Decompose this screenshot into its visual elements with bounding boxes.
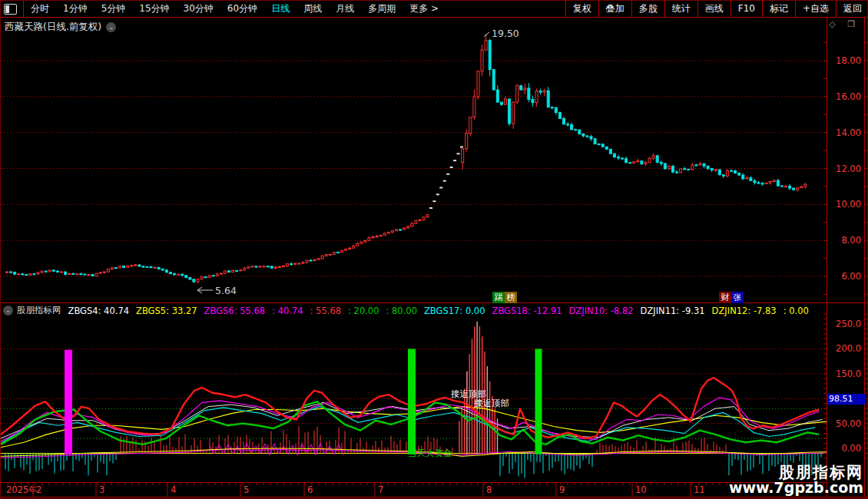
indicator-name[interactable]: 股朋指标网 bbox=[17, 305, 61, 316]
candle bbox=[48, 270, 51, 272]
candle bbox=[504, 99, 506, 104]
candle bbox=[185, 276, 187, 278]
candle bbox=[364, 240, 366, 242]
candle bbox=[563, 118, 565, 124]
indicator-value-4: : 40.74 bbox=[272, 306, 303, 316]
price-axis-label: 18.00 bbox=[836, 55, 861, 66]
month-label: 4 bbox=[171, 484, 176, 495]
candle bbox=[738, 173, 740, 176]
candle bbox=[60, 272, 62, 273]
candle bbox=[652, 156, 654, 158]
candle bbox=[804, 184, 807, 187]
candle bbox=[703, 164, 705, 166]
candle bbox=[547, 91, 549, 107]
candle bbox=[415, 221, 417, 224]
candle bbox=[539, 91, 542, 93]
indicator-value-9: ZBGS18: -12.91 bbox=[492, 306, 562, 316]
candle bbox=[391, 231, 393, 233]
candle bbox=[785, 186, 787, 187]
candle bbox=[56, 271, 58, 272]
candle bbox=[294, 263, 297, 264]
candle bbox=[376, 236, 378, 237]
candle bbox=[127, 266, 129, 267]
candle bbox=[103, 272, 105, 273]
candle bbox=[777, 180, 779, 186]
month-label: 6 bbox=[307, 484, 313, 495]
candle bbox=[613, 154, 615, 157]
candle bbox=[419, 220, 421, 220]
indicator-value-7: : 80.00 bbox=[386, 306, 417, 316]
candle bbox=[551, 107, 553, 107]
candle bbox=[224, 271, 226, 273]
indicator-axis-label: 0.00 bbox=[841, 443, 861, 454]
candle bbox=[485, 41, 487, 50]
candle bbox=[345, 249, 347, 250]
candle bbox=[520, 86, 522, 90]
candle bbox=[695, 165, 697, 166]
candle bbox=[80, 274, 82, 275]
candle bbox=[68, 273, 71, 274]
signal-bar bbox=[65, 350, 72, 454]
candle bbox=[793, 188, 795, 190]
month-label: 11 bbox=[694, 484, 705, 495]
candle bbox=[773, 180, 775, 181]
candle bbox=[598, 144, 600, 145]
candle bbox=[212, 276, 214, 276]
candle bbox=[302, 263, 304, 263]
candle bbox=[399, 230, 402, 230]
chevron-down-icon[interactable]: ⌄ bbox=[106, 22, 116, 32]
month-label: 10 bbox=[635, 484, 647, 495]
candle bbox=[617, 157, 619, 157]
candle bbox=[462, 149, 464, 163]
candle bbox=[601, 144, 604, 147]
candle bbox=[676, 172, 678, 173]
candle bbox=[259, 266, 261, 267]
candle bbox=[353, 246, 355, 248]
candle bbox=[633, 162, 635, 164]
candle bbox=[687, 169, 690, 170]
chevron-down-icon[interactable]: ⌄ bbox=[3, 306, 13, 316]
candle bbox=[403, 228, 406, 230]
candle bbox=[200, 277, 203, 279]
candle bbox=[594, 139, 596, 144]
candle bbox=[119, 266, 121, 268]
candle bbox=[290, 264, 293, 265]
candle bbox=[797, 187, 799, 190]
candle bbox=[368, 238, 370, 241]
candle bbox=[469, 117, 472, 134]
candle bbox=[660, 163, 662, 164]
candle bbox=[372, 236, 374, 238]
candle bbox=[535, 91, 538, 103]
candle bbox=[154, 267, 156, 268]
candle bbox=[18, 274, 20, 275]
candle bbox=[244, 268, 246, 270]
candle bbox=[714, 170, 717, 170]
window-control-icons[interactable]: ◇ ❐ bbox=[829, 19, 860, 29]
candle bbox=[189, 277, 191, 279]
candle bbox=[123, 266, 125, 267]
candle bbox=[91, 275, 94, 276]
candle bbox=[25, 275, 28, 276]
candle bbox=[396, 230, 398, 231]
candle bbox=[138, 265, 141, 266]
candle bbox=[543, 91, 545, 92]
price-and-indicator-canvas[interactable]: 18.0016.0014.0012.0010.008.006.0019.505.… bbox=[1, 1, 868, 499]
candle bbox=[33, 274, 35, 275]
candle bbox=[586, 136, 588, 137]
candle bbox=[208, 276, 210, 277]
candle bbox=[14, 273, 16, 275]
candle bbox=[45, 271, 47, 272]
candle bbox=[356, 243, 359, 246]
candle bbox=[578, 130, 581, 134]
candle bbox=[629, 163, 631, 164]
trough-annotation: 5.64 bbox=[215, 285, 237, 296]
candle bbox=[255, 266, 257, 267]
candle bbox=[411, 223, 413, 226]
candle bbox=[317, 259, 320, 259]
candle bbox=[157, 267, 160, 269]
month-label: 2 bbox=[36, 484, 41, 495]
candle bbox=[165, 270, 167, 273]
candle bbox=[558, 112, 561, 118]
candle bbox=[691, 165, 694, 170]
candle bbox=[37, 273, 39, 274]
